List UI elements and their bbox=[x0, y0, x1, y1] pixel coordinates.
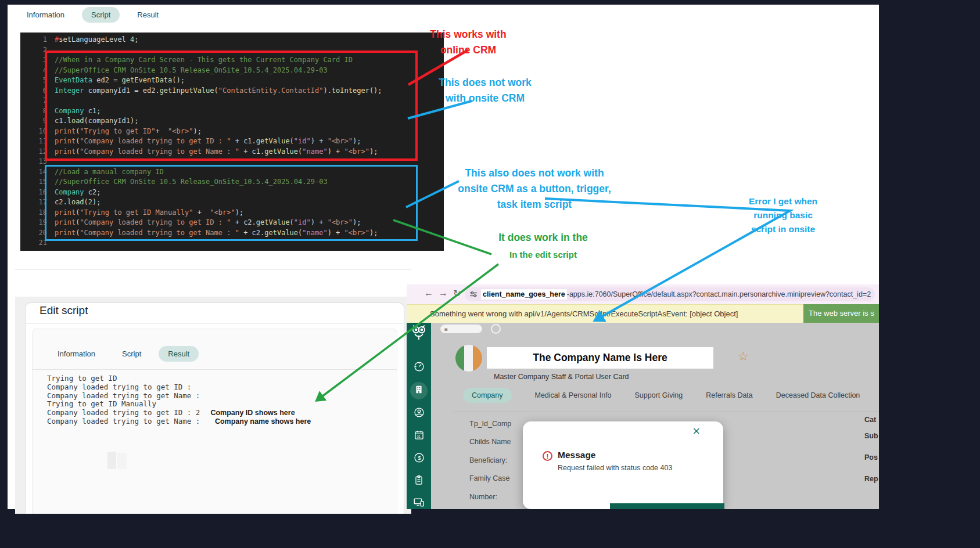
script-result-output: Trying to get IDCompany loaded trying to… bbox=[47, 374, 311, 426]
crm-tabs-divider bbox=[453, 412, 879, 412]
url-highlighted-client: client_name_goes_here bbox=[481, 289, 567, 300]
web-server-badge: The web server is s bbox=[803, 304, 879, 323]
sidebar-item-company-building[interactable] bbox=[407, 382, 431, 399]
crm-tab-deceased-data-collection[interactable]: Deceased Data Collection bbox=[776, 391, 860, 399]
tab-script[interactable]: Script bbox=[82, 7, 120, 23]
annotation-works-edit-script: It does work in the bbox=[482, 232, 604, 244]
highlight-box-red bbox=[45, 51, 418, 161]
annotation-line: with onsite CRM bbox=[421, 91, 549, 106]
right-field-label: Sub bbox=[864, 432, 878, 440]
annotation-callout: Company name shows here bbox=[215, 417, 311, 426]
finance-dollar-icon: $ bbox=[413, 452, 425, 466]
output-line: Company loaded trying to get ID : 2Compa… bbox=[47, 409, 311, 417]
sidebar-item-tasks-clipboard[interactable] bbox=[407, 473, 431, 490]
dialog-message: Request failed with status code 403 bbox=[558, 464, 672, 472]
field-label: Family Case bbox=[469, 474, 511, 492]
reload-icon[interactable]: ↻ bbox=[453, 288, 461, 299]
error-banner-text: Something went wrong with api/v1/Agents/… bbox=[430, 309, 738, 318]
dialog-button-cut bbox=[610, 503, 724, 509]
right-field-label: Cat bbox=[864, 416, 876, 424]
sidebar-item-calendar-31[interactable]: 31 bbox=[407, 427, 431, 445]
annotation-works-online: This works withonline CRM bbox=[404, 27, 532, 58]
annotation-line: online CRM bbox=[404, 42, 532, 58]
sidebar-item-contact-person[interactable] bbox=[407, 405, 431, 422]
devices-monitor-icon bbox=[412, 496, 425, 509]
annotation-works-edit-script-sub: In the edit script bbox=[482, 250, 604, 259]
url-text: -apps.ie:7060/SuperOffice/default.aspx?c… bbox=[567, 290, 871, 298]
ui-artifact bbox=[107, 452, 116, 469]
hamburger-icon: ≡ bbox=[444, 326, 448, 333]
tab-result[interactable]: Result bbox=[159, 346, 199, 362]
tasks-clipboard-icon bbox=[413, 474, 425, 488]
script-editor-tabs: InformationScriptResult bbox=[17, 7, 168, 23]
output-line: Trying to get ID Manually bbox=[47, 400, 311, 409]
line-number: 1 bbox=[20, 35, 55, 45]
crm-card-tabs: CompanyMedical & Personal InfoSupport Gi… bbox=[463, 388, 879, 403]
browser-window: ← → ↻ client_name_goes_here -apps.ie:706… bbox=[407, 284, 879, 509]
edit-script-tabs: InformationScriptResult bbox=[48, 346, 199, 362]
ui-artifact bbox=[117, 453, 127, 469]
close-icon[interactable]: × bbox=[692, 425, 700, 438]
output-line: Trying to get ID bbox=[47, 374, 311, 383]
field-label: Beneficiary: bbox=[469, 456, 511, 474]
favorite-star-icon[interactable]: ☆ bbox=[738, 349, 749, 363]
crm-tab-referrals-data[interactable]: Referrals Data bbox=[706, 391, 753, 399]
card-divider bbox=[26, 323, 404, 324]
company-avatar bbox=[455, 345, 482, 372]
sidebar-item-devices-monitor[interactable] bbox=[407, 495, 431, 509]
annotation-line: This works with bbox=[404, 27, 532, 42]
code-line: 1#setLanguageLevel 4; bbox=[20, 35, 444, 45]
header-circle bbox=[491, 324, 501, 334]
dialog-title: Message bbox=[558, 450, 595, 460]
annotation-line: task item script bbox=[444, 197, 624, 212]
field-label: Number: bbox=[469, 493, 511, 509]
crm-tab-company[interactable]: Company bbox=[463, 388, 512, 403]
address-bar[interactable]: client_name_goes_here -apps.ie:7060/Supe… bbox=[465, 287, 875, 301]
annotation-line: This also does not work with bbox=[444, 165, 624, 181]
annotation-callout: Company ID shows here bbox=[210, 409, 295, 417]
company-subtitle: Master Company Staff & Portal User Card bbox=[494, 373, 629, 381]
owl-logo-icon bbox=[407, 325, 431, 342]
sidebar-item-finance-dollar[interactable]: $ bbox=[407, 450, 431, 467]
browser-toolbar: ← → ↻ client_name_goes_here -apps.ie:706… bbox=[407, 284, 879, 304]
back-icon[interactable]: ← bbox=[424, 288, 433, 298]
svg-text:31: 31 bbox=[417, 434, 420, 438]
tab-result[interactable]: Result bbox=[128, 7, 168, 23]
annotation-line: script in onsite bbox=[737, 222, 830, 236]
tab-information[interactable]: Information bbox=[17, 7, 74, 23]
svg-text:$: $ bbox=[418, 455, 421, 461]
highlight-box-blue bbox=[45, 165, 418, 241]
forward-icon[interactable]: → bbox=[439, 288, 448, 298]
output-line: Company loaded trying to get Name : Comp… bbox=[47, 417, 311, 426]
site-settings-icon[interactable] bbox=[469, 290, 478, 298]
menu-pill[interactable]: ≡ bbox=[440, 325, 482, 333]
annotation-line: onsite CRM as a button, trigger, bbox=[444, 181, 624, 197]
right-field-label: Pos bbox=[864, 453, 878, 462]
crm-tab-support-giving[interactable]: Support Giving bbox=[635, 391, 683, 399]
alert-icon: ! bbox=[543, 451, 552, 461]
dashboard-gauge-icon bbox=[413, 360, 425, 375]
contact-person-icon bbox=[413, 406, 425, 421]
annotation-not-work-onsite: This does not workwith onsite CRM bbox=[421, 75, 549, 106]
tab-script[interactable]: Script bbox=[113, 346, 150, 362]
crm-sidebar: 31$ bbox=[407, 323, 431, 509]
calendar-31-icon: 31 bbox=[413, 429, 425, 444]
company-name: The Company Name Is Here bbox=[533, 352, 667, 364]
tab-information[interactable]: Information bbox=[48, 346, 105, 362]
field-label: Tp_Id_Comp bbox=[469, 420, 511, 438]
section-divider bbox=[15, 269, 411, 270]
field-label: Childs Name bbox=[469, 438, 511, 456]
annotation-line: Error I get when bbox=[737, 194, 830, 208]
right-field-label: Rep bbox=[864, 475, 878, 483]
annotation-line: This does not work bbox=[421, 75, 549, 91]
crm-tab-medical-personal-info[interactable]: Medical & Personal Info bbox=[535, 391, 612, 399]
tabs-divider bbox=[33, 369, 397, 370]
owl-logo-icon bbox=[410, 323, 428, 344]
sidebar-item-dashboard-gauge[interactable] bbox=[407, 359, 431, 376]
crm-field-labels: Tp_Id_CompChilds NameBeneficiary:Family … bbox=[469, 420, 511, 509]
company-name-box: The Company Name Is Here bbox=[487, 347, 713, 369]
output-line: Company loaded trying to get ID : bbox=[47, 383, 311, 392]
edit-script-title: Edit script bbox=[40, 304, 88, 317]
message-dialog: × ! Message Request failed with status c… bbox=[523, 421, 723, 509]
crm-application: 31$ ≡ The Company Name Is Here ☆ Master … bbox=[407, 323, 879, 509]
